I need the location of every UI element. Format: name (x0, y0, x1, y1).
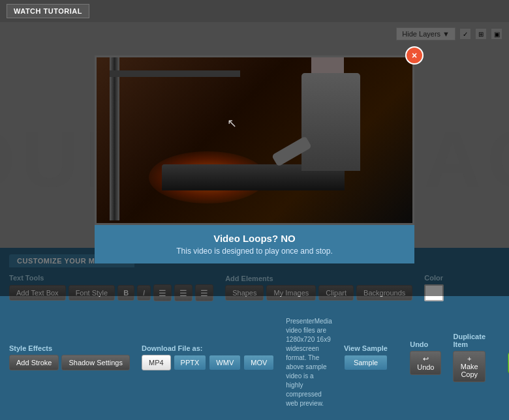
undo-buttons: ↩ Undo (410, 351, 441, 375)
video-close-button[interactable]: × (405, 46, 424, 65)
undo-label: Undo (410, 340, 441, 348)
view-sample-group: View Sample Sample (344, 344, 388, 370)
download-group: Download File as: MP4 PPTX WMV MOV (142, 344, 274, 370)
video-loops-title: Video Loops? NO (108, 233, 401, 244)
toolbar-row2: Style Effects Add Stroke Shadow Settings… (9, 307, 500, 408)
undo-group: Undo ↩ Undo (410, 340, 441, 375)
view-sample-label: View Sample (344, 344, 388, 352)
style-effects-buttons: Add Stroke Shadow Settings (9, 355, 130, 370)
video-modal: × ↖ (95, 55, 414, 263)
shadow-settings-button[interactable]: Shadow Settings (61, 355, 130, 370)
watch-tutorial-button[interactable]: WATCH TUTORIAL (7, 4, 89, 18)
top-bar: WATCH TUTORIAL (0, 0, 509, 22)
download-label: Download File as: (142, 344, 274, 352)
make-copy-button[interactable]: + Make Copy (453, 351, 486, 382)
video-loops-subtitle: This video is designed to play once and … (108, 247, 401, 256)
duplicate-group: Duplicate Item + Make Copy (453, 333, 486, 382)
character-body (301, 73, 360, 171)
video-scene: ↖ (97, 57, 412, 223)
video-modal-overlay: × ↖ (0, 22, 509, 296)
download-info-spacer (286, 307, 332, 314)
download-info-group: PresenterMedia video files are 1280x720 … (286, 307, 332, 408)
download-info-text: PresenterMedia video files are 1280x720 … (286, 317, 332, 408)
video-player: ↖ (95, 55, 414, 225)
cursor-indicator: ↖ (227, 116, 237, 130)
style-effects-label: Style Effects (9, 344, 130, 352)
duplicate-label: Duplicate Item (453, 333, 486, 348)
view-sample-buttons: Sample (344, 355, 388, 370)
sample-button[interactable]: Sample (344, 355, 388, 370)
duplicate-buttons: + Make Copy (453, 351, 486, 382)
style-effects-group: Style Effects Add Stroke Shadow Settings (9, 344, 130, 370)
pptx-button[interactable]: PPTX (174, 355, 207, 370)
preview-area: YOUR MESSAGE Hide Layers ▼ ✓ ⊞ ▣ × (0, 22, 509, 296)
wmv-button[interactable]: WMV (209, 355, 241, 370)
download-buttons: MP4 PPTX WMV MOV (142, 355, 274, 370)
add-stroke-button[interactable]: Add Stroke (9, 355, 59, 370)
metal-frame-left (110, 57, 119, 220)
metal-frame-top (110, 70, 240, 77)
mov-button[interactable]: MOV (243, 355, 274, 370)
mp4-button[interactable]: MP4 (142, 355, 171, 370)
video-info-box: Video Loops? NO This video is designed t… (95, 225, 414, 263)
undo-button[interactable]: ↩ Undo (410, 351, 441, 375)
